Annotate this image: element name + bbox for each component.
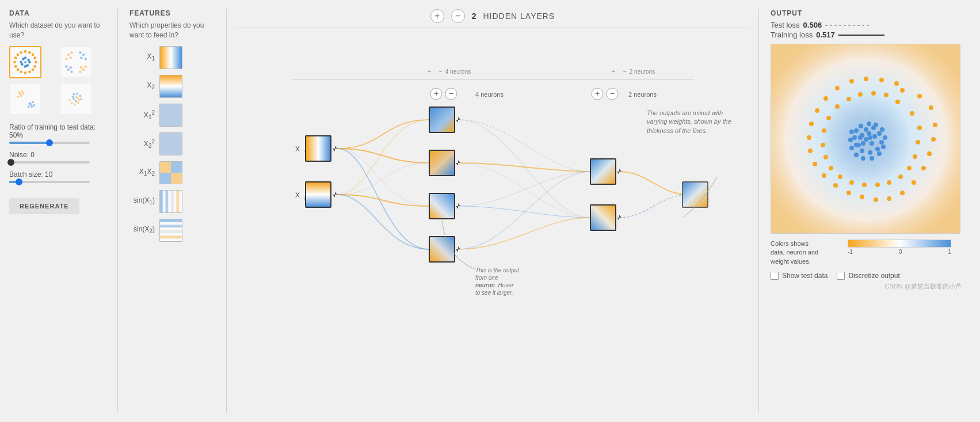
svg-point-193 (848, 138, 853, 142)
ratio-control: Ratio of training to test data: 50% (9, 123, 106, 144)
gradient-bar (848, 239, 951, 248)
svg-point-49 (18, 91, 20, 93)
svg-point-41 (85, 65, 87, 67)
test-loss-row: Test loss 0.506 (771, 21, 971, 29)
svg-point-33 (85, 58, 87, 60)
batch-label: Batch size: 10 (9, 170, 106, 178)
svg-text:2 neurons: 2 neurons (630, 69, 655, 75)
ratio-slider-track[interactable] (9, 142, 90, 144)
svg-point-30 (70, 56, 72, 59)
dataset-circle[interactable] (9, 46, 41, 78)
feature-x1-thumb[interactable] (159, 46, 182, 69)
svg-point-230 (833, 183, 838, 188)
svg-point-197 (917, 126, 922, 130)
remove-layer-button[interactable]: − (451, 9, 465, 23)
noise-slider-track[interactable] (9, 161, 90, 164)
svg-point-69 (79, 94, 82, 97)
svg-point-203 (875, 183, 880, 187)
svg-point-226 (887, 196, 891, 201)
svg-text:4 neurons: 4 neurons (475, 91, 504, 98)
svg-point-15 (14, 56, 17, 59)
feature-x1sq-thumb[interactable] (159, 104, 182, 127)
svg-point-195 (895, 100, 900, 104)
svg-rect-83 (160, 173, 171, 184)
feature-x2sq-thumb[interactable] (159, 132, 182, 155)
regenerate-button[interactable]: REGENERATE (9, 198, 79, 214)
svg-text:neuron: neuron (475, 282, 495, 288)
svg-point-208 (823, 155, 828, 159)
svg-point-5 (24, 71, 27, 74)
svg-text:4 neurons: 4 neurons (445, 69, 471, 75)
svg-point-51 (32, 101, 34, 103)
output-visualization: 6 5 4 3 2 1 0 -1 -2 -3 -4 -5 -6 (771, 44, 960, 234)
divider-1 (117, 9, 118, 413)
svg-point-204 (862, 183, 867, 187)
svg-point-192 (849, 146, 854, 150)
svg-point-180 (852, 135, 857, 140)
data-title: DATA (9, 9, 106, 17)
svg-point-227 (874, 197, 878, 202)
svg-rect-91 (160, 225, 182, 227)
svg-point-233 (808, 149, 813, 153)
svg-point-183 (867, 121, 871, 126)
gradient-label-pos: 1 (948, 249, 951, 255)
svg-point-201 (898, 174, 903, 179)
svg-rect-113 (430, 108, 454, 132)
svg-point-16 (20, 51, 22, 54)
add-layer-button[interactable]: + (430, 9, 444, 23)
svg-text:from one: from one (475, 275, 498, 281)
svg-point-175 (879, 140, 884, 145)
svg-point-68 (76, 92, 78, 94)
svg-point-232 (813, 162, 817, 166)
dataset-grid (9, 46, 106, 115)
svg-rect-119 (430, 194, 454, 218)
feature-x1x2-thumb[interactable] (159, 161, 182, 184)
dataset-xor[interactable] (60, 46, 92, 78)
show-test-data-checkbox[interactable]: Show test data (771, 272, 828, 280)
batch-slider-track[interactable] (9, 181, 90, 183)
show-test-data-box[interactable] (771, 272, 779, 280)
divider-3 (758, 9, 759, 413)
svg-point-8 (17, 53, 20, 56)
noise-slider-thumb[interactable] (7, 159, 14, 166)
svg-rect-77 (160, 133, 182, 144)
svg-point-39 (82, 69, 85, 71)
features-title: FEATURES (129, 9, 215, 17)
svg-point-225 (900, 191, 905, 195)
training-loss-label: Training loss (771, 31, 813, 39)
svg-point-231 (822, 173, 826, 178)
output-title: OUTPUT (771, 9, 971, 17)
svg-rect-71 (160, 47, 182, 69)
batch-slider-thumb[interactable] (16, 178, 22, 185)
svg-text:+: + (612, 69, 615, 75)
svg-point-45 (21, 90, 23, 93)
svg-point-165 (868, 135, 872, 140)
svg-point-196 (910, 111, 914, 116)
svg-point-37 (65, 65, 67, 67)
svg-point-42 (80, 66, 82, 69)
dataset-gaussian[interactable] (9, 83, 41, 115)
discretize-output-checkbox[interactable]: Discretize output (837, 272, 899, 280)
discretize-output-box[interactable] (837, 272, 845, 280)
svg-point-23 (20, 60, 22, 63)
svg-text:−: − (610, 89, 615, 98)
feature-x1sq: X12 (129, 104, 215, 127)
svg-point-2 (32, 53, 35, 56)
network-top-line (235, 28, 750, 28)
svg-point-190 (861, 156, 865, 161)
output-panel: OUTPUT Test loss 0.506 Training loss 0.5… (761, 9, 980, 413)
feature-sinx2-thumb[interactable] (159, 219, 182, 242)
svg-point-14 (14, 65, 17, 68)
feature-x2-thumb[interactable] (159, 75, 182, 98)
dataset-spiral[interactable] (60, 83, 92, 115)
ratio-slider-thumb[interactable] (46, 139, 53, 146)
svg-point-62 (71, 102, 73, 104)
svg-point-32 (79, 51, 81, 54)
svg-point-242 (894, 81, 899, 86)
feature-sinx1-thumb[interactable] (159, 190, 182, 213)
svg-point-229 (846, 191, 851, 195)
feature-x2sq: X22 (129, 132, 215, 155)
svg-point-170 (872, 134, 877, 139)
feature-x1: X1 (129, 46, 215, 69)
svg-rect-125 (591, 159, 615, 184)
